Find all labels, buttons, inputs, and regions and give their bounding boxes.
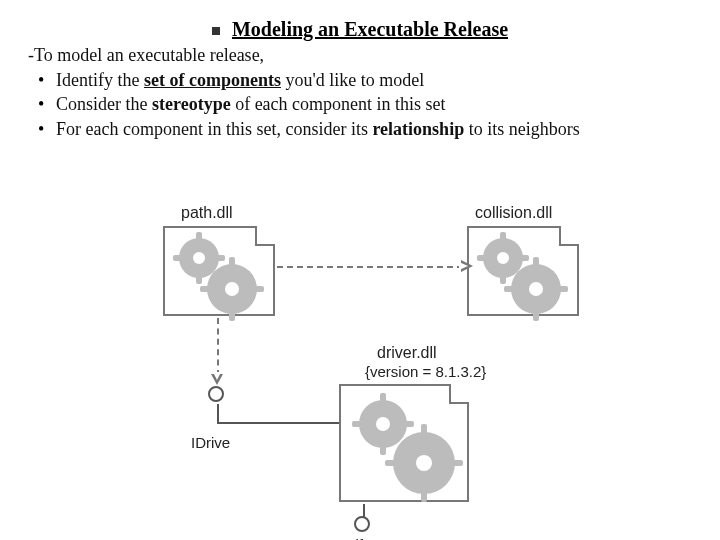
bullet-text-pre: For each component in this set, consider… (56, 119, 372, 139)
bullet-text-em: relationship (372, 119, 464, 139)
interface-label-iselftest: ISelfTest (333, 536, 391, 540)
component-label-driver: driver.dll (377, 344, 437, 362)
component-label-collision: collision.dll (475, 204, 552, 222)
component-collision (467, 226, 579, 316)
slide-title: Modeling an Executable Release (232, 18, 508, 40)
bullet-item: Consider the stereotype of each componen… (38, 92, 692, 116)
bullet-text-pre: Identify the (56, 70, 144, 90)
bullet-text-post: you'd like to model (281, 70, 424, 90)
slide-title-line: Modeling an Executable Release (28, 18, 692, 41)
interface-label-idrive: IDrive (191, 434, 230, 451)
interface-stem (217, 404, 219, 422)
realization-line (217, 422, 339, 424)
dependency-arrow (217, 318, 219, 376)
bullet-text-pre: Consider the (56, 94, 152, 114)
arrowhead-icon (461, 260, 473, 272)
dependency-arrow (277, 266, 463, 268)
bullet-text-em: stereotype (152, 94, 231, 114)
interface-lollipop-iselftest (354, 516, 370, 532)
component-label-path: path.dll (181, 204, 233, 222)
bullet-text-em: set of components (144, 70, 281, 90)
component-path (163, 226, 275, 316)
intro-text: -To model an executable release, (28, 45, 692, 66)
bullet-text-post: of each component in this set (231, 94, 446, 114)
component-version-driver: {version = 8.1.3.2} (365, 363, 486, 380)
title-bullet-icon (212, 27, 220, 35)
bullet-item: Identify the set of components you'd lik… (38, 68, 692, 92)
bullet-text-post: to its neighbors (464, 119, 580, 139)
bullet-list: Identify the set of components you'd lik… (28, 68, 692, 141)
component-driver (339, 384, 469, 502)
arrowhead-mask-icon (213, 372, 221, 380)
bullet-item: For each component in this set, consider… (38, 117, 692, 141)
uml-diagram: path.dll collision.dll (125, 204, 620, 524)
interface-lollipop-idrive (208, 386, 224, 402)
